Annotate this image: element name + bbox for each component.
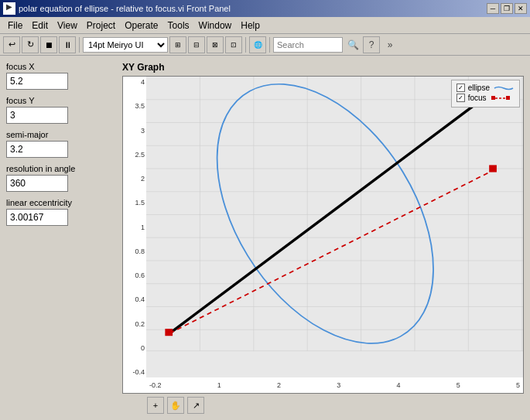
graph-container: 43.532.521.510.80.60.40.20-0.4 <box>122 76 524 394</box>
y-axis-label: 3 <box>141 127 145 135</box>
svg-line-20 <box>169 90 494 333</box>
y-axis-label: 2 <box>141 175 145 183</box>
toolbar: ↩ ↻ ⏹ ⏸ 14pt Meiryo UI ⊞ ⊟ ⊠ ⊡ 🌐 🔍 ? » <box>0 34 530 56</box>
menu-item-help[interactable]: Help <box>236 19 265 32</box>
close-button[interactable]: ✕ <box>515 3 527 14</box>
run-continuously-button[interactable]: ↻ <box>22 36 39 53</box>
field-label-semi-major: semi-major <box>6 130 115 139</box>
minimize-button[interactable]: ─ <box>487 3 499 14</box>
right-panel: XY Graph 43.532.521.510.80.60.40.20-0.4 <box>122 62 524 414</box>
x-axis-labels: -0.2123455 <box>146 377 523 393</box>
y-axis-label: 0 <box>141 344 145 352</box>
menu-item-view[interactable]: View <box>53 19 82 32</box>
y-axis-label: 0.2 <box>135 320 145 328</box>
svg-rect-27 <box>506 96 510 100</box>
focus-label: focus <box>468 94 487 102</box>
x-axis-label: 5 <box>516 381 520 389</box>
field-group-resolution: resolution in angle <box>6 164 115 192</box>
field-label-focus-y: focus Y <box>6 96 115 105</box>
title-bar: ▶ polar equation of ellipse - relative t… <box>0 0 530 17</box>
menu-item-tools[interactable]: Tools <box>163 19 194 32</box>
svg-line-21 <box>169 169 494 333</box>
help-icon[interactable]: ? <box>363 36 380 53</box>
menu-item-project[interactable]: Project <box>82 19 120 32</box>
field-input-focus-x[interactable] <box>6 73 68 90</box>
menu-item-file[interactable]: File <box>3 19 27 32</box>
y-axis-label: 4 <box>141 78 145 86</box>
env-button[interactable]: 🌐 <box>249 36 266 53</box>
ellipse-checkbox[interactable]: ✓ <box>456 84 465 92</box>
toolbar-separator-2 <box>245 37 246 53</box>
y-axis-label: 0.6 <box>135 271 145 279</box>
graph-toolbar-bottom: + ✋ ↗ <box>122 394 524 414</box>
pan-button[interactable]: ✋ <box>167 397 184 414</box>
focus-checkbox[interactable]: ✓ <box>456 94 465 102</box>
field-input-semi-major[interactable] <box>6 141 68 158</box>
x-axis-label: 5 <box>456 381 460 389</box>
y-axis-label: 3.5 <box>135 102 145 110</box>
left-panel: focus Xfocus Ysemi-majorresolution in an… <box>6 62 115 414</box>
y-axis-label: 0.4 <box>135 295 145 303</box>
align-button[interactable]: ⊞ <box>169 36 186 53</box>
svg-rect-22 <box>165 329 173 336</box>
x-axis-label: 4 <box>396 381 400 389</box>
restore-button[interactable]: ❐ <box>501 3 513 14</box>
legend-focus: ✓ focus <box>456 94 515 102</box>
x-axis-label: 2 <box>277 381 281 389</box>
svg-rect-23 <box>489 165 497 172</box>
graph-svg <box>146 77 523 377</box>
run-button[interactable]: ↩ <box>3 36 20 53</box>
menu-item-operate[interactable]: Operate <box>120 19 162 32</box>
extra-icon[interactable]: » <box>381 36 398 53</box>
reorder-button[interactable]: ⊡ <box>225 36 242 53</box>
window-title: polar equation of ellipse - relative to … <box>19 4 487 13</box>
x-axis-label: -0.2 <box>149 381 162 389</box>
field-group-linear-ecc: linear eccentricity <box>6 198 115 226</box>
window-controls: ─ ❐ ✕ <box>487 3 527 14</box>
pause-button[interactable]: ⏸ <box>59 36 76 53</box>
toolbar-separator-3 <box>269 37 270 53</box>
field-group-focus-x: focus X <box>6 62 115 90</box>
distribute-button[interactable]: ⊟ <box>188 36 205 53</box>
ellipse-label: ellipse <box>468 84 490 92</box>
menu-item-window[interactable]: Window <box>194 19 237 32</box>
main-content: focus Xfocus Ysemi-majorresolution in an… <box>0 56 530 420</box>
field-label-linear-ecc: linear eccentricity <box>6 198 115 207</box>
field-label-focus-x: focus X <box>6 62 115 71</box>
toolbar-separator-1 <box>79 37 80 53</box>
y-axis-labels: 43.532.521.510.80.60.40.20-0.4 <box>123 77 146 377</box>
resize-button[interactable]: ⊠ <box>207 36 224 53</box>
field-input-focus-y[interactable] <box>6 107 68 124</box>
y-axis-label: 0.8 <box>135 248 145 255</box>
field-group-focus-y: focus Y <box>6 96 115 124</box>
graph-area <box>146 77 523 377</box>
y-axis-label: -0.4 <box>132 368 145 376</box>
x-axis-label: 1 <box>217 381 221 389</box>
search-icon[interactable]: 🔍 <box>344 36 361 53</box>
field-label-resolution: resolution in angle <box>6 164 115 173</box>
menu-item-edit[interactable]: Edit <box>27 19 53 32</box>
graph-title: XY Graph <box>122 62 524 73</box>
y-axis-label: 2.5 <box>135 151 145 159</box>
ellipse-legend-line <box>493 84 515 92</box>
abort-button[interactable]: ⏹ <box>40 36 57 53</box>
y-axis-label: 1 <box>141 224 145 231</box>
y-axis-label: 1.5 <box>135 199 145 207</box>
svg-point-19 <box>173 77 478 377</box>
cursor-button[interactable]: ↗ <box>187 397 204 414</box>
zoom-button[interactable]: + <box>147 397 164 414</box>
search-input[interactable] <box>273 37 343 53</box>
graph-legend: ✓ ellipse ✓ focus <box>451 80 520 108</box>
focus-legend-line <box>490 94 511 102</box>
svg-rect-26 <box>491 96 495 100</box>
field-input-resolution[interactable] <box>6 175 68 192</box>
x-axis-label: 3 <box>337 381 340 389</box>
font-selector[interactable]: 14pt Meiryo UI <box>83 37 168 53</box>
menu-bar: FileEditViewProjectOperateToolsWindowHel… <box>0 17 530 34</box>
field-group-semi-major: semi-major <box>6 130 115 158</box>
field-input-linear-ecc[interactable] <box>6 209 68 226</box>
legend-ellipse: ✓ ellipse <box>456 84 515 92</box>
title-icon: ▶ <box>3 2 15 15</box>
